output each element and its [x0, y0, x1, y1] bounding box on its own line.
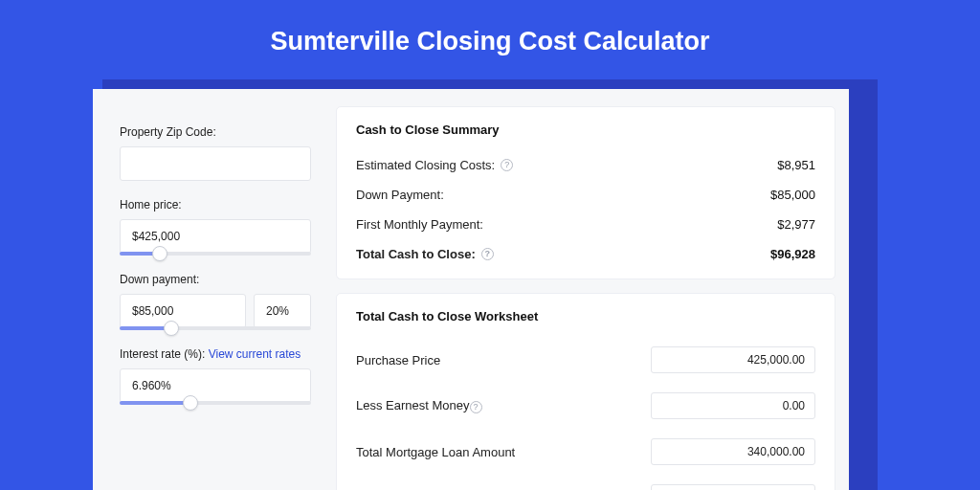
interest-rate-label-text: Interest rate (%):	[120, 347, 209, 361]
inputs-sidebar: Property Zip Code: Home price: Down paym…	[93, 89, 332, 490]
worksheet-title: Total Cash to Close Worksheet	[356, 309, 815, 323]
worksheet-row: Purchase Price	[356, 337, 815, 383]
down-payment-input[interactable]	[120, 294, 246, 328]
worksheet-row-input[interactable]	[651, 346, 815, 373]
worksheet-row-label-text: Purchase Price	[356, 353, 440, 368]
worksheet-row-label: Less Earnest Money?	[356, 398, 482, 413]
zip-label: Property Zip Code:	[120, 125, 311, 139]
summary-title: Cash to Close Summary	[356, 122, 815, 137]
home-price-label: Home price:	[120, 198, 311, 212]
interest-rate-slider[interactable]	[120, 401, 311, 405]
down-payment-slider[interactable]	[120, 326, 311, 330]
summary-card: Cash to Close Summary Estimated Closing …	[336, 106, 835, 279]
page-title: Sumterville Closing Cost Calculator	[270, 27, 709, 56]
summary-row-label: Total Cash to Close:?	[356, 247, 494, 261]
down-payment-field: Down payment:	[120, 273, 311, 330]
summary-row-label-text: Estimated Closing Costs:	[356, 158, 495, 172]
help-icon[interactable]: ?	[481, 248, 494, 260]
interest-rate-label: Interest rate (%): View current rates	[120, 347, 311, 361]
worksheet-card: Total Cash to Close Worksheet Purchase P…	[336, 293, 835, 490]
summary-row: Total Cash to Close:?$96,928	[356, 239, 815, 269]
worksheet-row-label-text: Less Earnest Money	[356, 398, 470, 412]
down-payment-label: Down payment:	[120, 273, 311, 286]
summary-row-value: $2,977	[777, 217, 815, 232]
worksheet-row-label: Purchase Price	[356, 353, 440, 368]
summary-row-label: Down Payment:	[356, 188, 444, 202]
worksheet-row-input[interactable]	[651, 484, 815, 490]
summary-row-value: $8,951	[777, 158, 815, 172]
interest-rate-input[interactable]	[120, 368, 311, 403]
home-price-slider-thumb[interactable]	[152, 246, 167, 261]
interest-rate-slider-thumb[interactable]	[183, 395, 198, 411]
summary-row-label: First Monthly Payment:	[356, 217, 483, 232]
worksheet-row-input[interactable]	[651, 392, 815, 419]
home-price-field: Home price:	[120, 198, 311, 256]
summary-row-label: Estimated Closing Costs:?	[356, 158, 513, 172]
worksheet-row-label: Total Mortgage Loan Amount	[356, 445, 515, 459]
home-price-slider[interactable]	[120, 252, 311, 256]
view-current-rates-link[interactable]: View current rates	[209, 347, 301, 361]
worksheet-row-input[interactable]	[651, 438, 815, 465]
help-icon[interactable]: ?	[470, 401, 482, 413]
summary-row-label-text: Total Cash to Close:	[356, 247, 476, 261]
calculator-panel: Property Zip Code: Home price: Down paym…	[93, 89, 849, 490]
summary-row: Down Payment:$85,000	[356, 180, 815, 210]
worksheet-row: Total Mortgage Loan Amount	[356, 429, 815, 475]
summary-row-label-text: First Monthly Payment:	[356, 217, 483, 232]
results-area: Cash to Close Summary Estimated Closing …	[332, 89, 849, 490]
interest-rate-field: Interest rate (%): View current rates	[120, 347, 311, 405]
summary-row-label-text: Down Payment:	[356, 188, 444, 202]
zip-field: Property Zip Code:	[120, 125, 311, 181]
panel-backdrop: Property Zip Code: Home price: Down paym…	[102, 79, 878, 490]
worksheet-row: Less Earnest Money?	[356, 383, 815, 429]
summary-row-value: $85,000	[770, 188, 815, 202]
worksheet-row-label-text: Total Mortgage Loan Amount	[356, 445, 515, 459]
help-icon[interactable]: ?	[501, 159, 513, 171]
summary-row: First Monthly Payment:$2,977	[356, 210, 815, 239]
down-payment-pct-input[interactable]	[254, 294, 311, 328]
worksheet-row: Total Second Mortgage Amount?	[356, 475, 815, 490]
home-price-input[interactable]	[120, 219, 311, 254]
interest-rate-slider-fill	[120, 401, 190, 405]
zip-input[interactable]	[120, 146, 311, 181]
summary-row-value: $96,928	[770, 247, 815, 261]
down-payment-slider-thumb[interactable]	[164, 321, 179, 336]
summary-row: Estimated Closing Costs:?$8,951	[356, 150, 815, 180]
